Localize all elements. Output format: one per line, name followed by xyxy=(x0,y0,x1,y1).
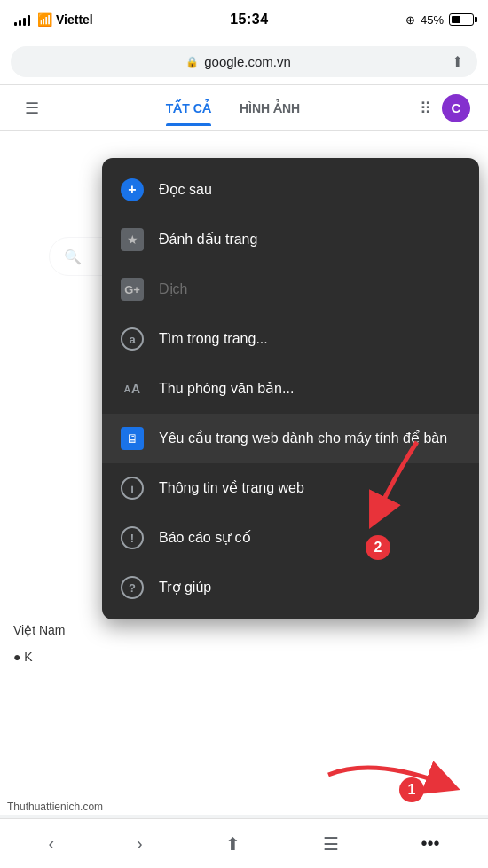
menu-item-dich[interactable]: G+ Dịch xyxy=(102,264,479,314)
bookmarks-button[interactable]: ☰ xyxy=(312,826,350,862)
annotation-2: 2 xyxy=(366,535,390,560)
menu-item-tim-trong-trang[interactable]: a Tìm trong trang... xyxy=(102,314,479,364)
lock-icon: 🔒 xyxy=(185,56,199,68)
vietnam-label: Việt Nam xyxy=(13,623,66,637)
share-icon[interactable]: ⬆ xyxy=(452,53,463,70)
yeu-cau-icon: 🖥 xyxy=(120,426,145,451)
tim-trong-trang-label: Tìm trong trang... xyxy=(159,329,268,349)
more-button[interactable]: ••• xyxy=(410,826,450,861)
bookmarks-icon: ☰ xyxy=(323,833,339,855)
status-left: 📶 Viettel xyxy=(14,12,93,27)
forward-button[interactable]: › xyxy=(126,826,153,861)
signal-icon xyxy=(14,13,30,26)
share-button[interactable]: ⬆ xyxy=(215,826,251,862)
bao-cao-icon: ! xyxy=(120,525,145,550)
nav-right: ⠿ C xyxy=(420,94,470,122)
tab-images[interactable]: HÌNH ẢNH xyxy=(225,91,314,126)
bullet-k-label: ● K xyxy=(13,650,33,664)
grid-icon[interactable]: ⠿ xyxy=(420,99,431,118)
danh-dau-label: Đánh dấu trang xyxy=(159,230,257,249)
share-bottom-icon: ⬆ xyxy=(225,833,240,855)
address-field[interactable]: 🔒 google.com.vn ⬆ xyxy=(11,46,477,77)
carrier-name: Viettel xyxy=(56,12,93,27)
nav-bar: ☰ TẤT CẢ HÌNH ẢNH ⠿ C xyxy=(0,85,488,131)
avatar[interactable]: C xyxy=(442,94,470,122)
doc-sau-label: Đọc sau xyxy=(159,180,212,200)
dich-icon: G+ xyxy=(120,277,145,302)
dropdown-menu: + Đọc sau ★ Đánh dấu trang G+ Dịch a Tìm… xyxy=(102,158,479,619)
battery-percent: 45% xyxy=(421,13,444,27)
alarm-icon: ⊕ xyxy=(405,13,415,27)
bao-cao-label: Báo cáo sự cố xyxy=(159,528,251,548)
thong-tin-icon: i xyxy=(120,476,145,501)
tro-giup-label: Trợ giúp xyxy=(159,578,211,597)
menu-item-thu-phong[interactable]: AA Thu phóng văn bản... xyxy=(102,364,479,414)
bottom-toolbar: ‹ › ⬆ ☰ ••• xyxy=(0,818,488,868)
tro-giup-icon: ? xyxy=(120,575,145,600)
arrow-1-svg xyxy=(319,748,461,819)
forward-icon: › xyxy=(137,833,143,854)
annotation-1: 1 xyxy=(399,777,424,802)
back-button[interactable]: ‹ xyxy=(37,826,65,861)
wifi-icon: 📶 xyxy=(37,12,52,27)
menu-item-doc-sau[interactable]: + Đọc sau xyxy=(102,165,479,215)
back-icon: ‹ xyxy=(48,833,54,854)
hamburger-icon[interactable]: ☰ xyxy=(18,91,46,125)
dich-label: Dịch xyxy=(159,280,187,299)
watermark: Thuthuattienich.com xyxy=(7,801,103,813)
address-bar[interactable]: 🔒 google.com.vn ⬆ xyxy=(0,39,488,85)
nav-tabs: TẤT CẢ HÌNH ẢNH xyxy=(152,91,314,126)
search-bg-icon: 🔍 xyxy=(64,249,82,265)
menu-item-danh-dau[interactable]: ★ Đánh dấu trang xyxy=(102,215,479,264)
thu-phong-label: Thu phóng văn bản... xyxy=(159,379,294,398)
address-content: 🔒 google.com.vn xyxy=(25,54,452,69)
status-time: 15:34 xyxy=(230,12,268,28)
menu-item-tro-giup[interactable]: ? Trợ giúp xyxy=(102,563,479,612)
arrow-2-svg xyxy=(346,433,435,540)
url-text: google.com.vn xyxy=(204,54,291,69)
tab-all[interactable]: TẤT CẢ xyxy=(152,91,225,126)
nav-left[interactable]: ☰ xyxy=(18,91,46,125)
thong-tin-label: Thông tin về trang web xyxy=(159,478,304,498)
battery-icon xyxy=(449,13,474,26)
page-content: Google 🔍 Việt Nam ● K + Đọc sau ★ Đánh d… xyxy=(0,131,488,815)
danh-dau-icon: ★ xyxy=(120,227,145,252)
more-icon: ••• xyxy=(421,833,439,854)
thu-phong-icon: AA xyxy=(120,376,145,401)
doc-sau-icon: + xyxy=(120,178,145,202)
status-bar: 📶 Viettel 15:34 ⊕ 45% xyxy=(0,0,488,39)
tim-trong-trang-icon: a xyxy=(120,327,145,351)
status-right: ⊕ 45% xyxy=(405,13,474,27)
